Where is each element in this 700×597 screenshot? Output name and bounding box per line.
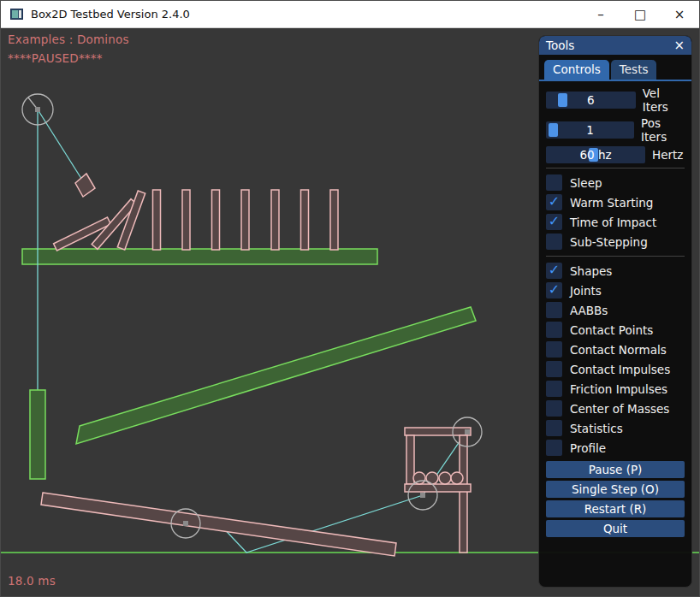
cradle-joint-square-mid [420, 493, 425, 498]
tab-controls[interactable]: Controls [544, 60, 609, 80]
checkbox-label: Contact Impulses [570, 363, 670, 376]
standing-dominoes [153, 190, 339, 250]
checkbox-aabbs[interactable]: ✓ AABBs [546, 300, 685, 320]
checkmark-icon: ✓ [549, 193, 560, 210]
cradle-joint-square-top [465, 429, 470, 434]
checkbox-profile[interactable]: ✓ Profile [546, 438, 685, 458]
checkbox-box[interactable]: ✓ [546, 361, 562, 377]
checkbox-contact-points[interactable]: ✓ Contact Points [546, 320, 685, 340]
checkbox-label: Shapes [570, 264, 612, 278]
domino-standing [271, 190, 279, 250]
paused-label: ****PAUSED**** [8, 51, 103, 65]
checkbox-label: Profile [570, 441, 606, 455]
cradle-top-beam [405, 428, 471, 435]
pos-iters-row: 1 Pos Iters [546, 116, 685, 144]
hertz-row: 60 hz Hertz [546, 146, 685, 163]
hertz-label: Hertz [652, 148, 683, 162]
checkbox-joints[interactable]: ✓ Joints [546, 281, 685, 300]
tall-green-block [30, 390, 45, 479]
domino-standing [212, 190, 220, 250]
checkmark-icon: ✓ [549, 262, 560, 278]
vel-iters-label: Vel Iters [643, 86, 685, 114]
domino-standing [153, 190, 161, 250]
titlebar[interactable]: Box2D Testbed Version 2.4.0 – □ × [1, 1, 699, 28]
checkbox-contact-normals[interactable]: ✓ Contact Normals [546, 340, 685, 359]
checkbox-box[interactable]: ✓ [546, 400, 562, 417]
checkbox-label: Joints [570, 284, 602, 298]
cradle-shelf [405, 484, 471, 492]
vel-iters-value: 6 [546, 92, 636, 109]
tab-tests[interactable]: Tests [611, 60, 657, 80]
checkbox-box[interactable]: ✓ [546, 174, 562, 191]
domino-standing [330, 190, 338, 250]
domino-standing [241, 190, 249, 250]
pause-button[interactable]: Pause (P) [546, 461, 685, 478]
restart-button[interactable]: Restart (R) [546, 500, 685, 517]
checkmark-icon: ✓ [549, 281, 560, 298]
checkbox-label: Sub-Stepping [570, 235, 648, 249]
hertz-slider[interactable]: 60 hz [546, 146, 645, 163]
checkbox-box[interactable]: ✓ [546, 420, 562, 436]
checkbox-box[interactable]: ✓ [546, 381, 562, 397]
plank-joint-square [183, 521, 188, 526]
checkbox-box[interactable]: ✓ [546, 282, 562, 298]
checkbox-statistics[interactable]: ✓ Statistics [546, 418, 685, 438]
example-label: Examples : Dominos [8, 33, 129, 46]
cradle-ball [439, 472, 451, 484]
checkbox-label: Warm Starting [570, 196, 653, 210]
tilted-plank [41, 493, 396, 556]
app-window: Box2D Testbed Version 2.4.0 – □ × [0, 0, 700, 597]
pos-iters-slider[interactable]: 1 [546, 121, 634, 139]
checkmark-icon: ✓ [549, 213, 560, 229]
swinging-box [75, 174, 95, 197]
checkbox-box[interactable]: ✓ [546, 263, 562, 279]
app-icon [10, 9, 23, 20]
cradle-frame [405, 428, 471, 553]
checkbox-shapes[interactable]: ✓ Shapes [546, 261, 685, 281]
green-ramp [76, 307, 476, 444]
checkbox-sleep[interactable]: ✓ Sleep [546, 173, 685, 192]
checkbox-contact-impulses[interactable]: ✓ Contact Impulses [546, 359, 685, 379]
tools-close-icon[interactable]: × [673, 39, 685, 52]
frame-time-label: 18.0 ms [8, 574, 56, 588]
checkbox-warm-starting[interactable]: ✓ Warm Starting [546, 192, 685, 212]
checkbox-time-of-impact[interactable]: ✓ Time of Impact [546, 212, 685, 232]
rope-to-box [38, 109, 85, 184]
checkbox-friction-impulses[interactable]: ✓ Friction Impulses [546, 379, 685, 399]
physics-canvas[interactable]: Examples : Dominos ****PAUSED**** 18.0 m… [1, 28, 700, 597]
checkbox-label: Contact Points [570, 323, 653, 337]
domino-standing [301, 190, 309, 250]
domino-standing [182, 190, 190, 250]
checkbox-label: Sleep [570, 176, 602, 190]
checkbox-box[interactable]: ✓ [546, 214, 562, 230]
minimize-button[interactable]: – [581, 1, 620, 28]
checkbox-label: Friction Impulses [570, 382, 667, 396]
separator [546, 168, 685, 168]
tools-panel: Tools × Controls Tests 6 Vel Iters [538, 35, 692, 588]
checkbox-label: Contact Normals [570, 343, 667, 357]
checkbox-center-of-masses[interactable]: ✓ Center of Masses [546, 399, 685, 418]
cradle-ball [451, 472, 463, 484]
cradle-balls [413, 472, 463, 484]
single-step-button[interactable]: Single Step (O) [546, 481, 685, 498]
checkbox-box[interactable]: ✓ [546, 341, 562, 358]
cradle-ball [426, 472, 438, 484]
checkbox-box[interactable]: ✓ [546, 322, 562, 338]
anchor-center-square [35, 107, 40, 112]
checkbox-box[interactable]: ✓ [546, 233, 562, 250]
checkbox-label: AABBs [570, 304, 608, 317]
maximize-button[interactable]: □ [620, 1, 660, 28]
tools-panel-title: Tools [546, 38, 574, 52]
quit-button[interactable]: Quit [546, 520, 685, 537]
window-title: Box2D Testbed Version 2.4.0 [31, 8, 190, 21]
close-button[interactable]: × [660, 1, 699, 28]
vel-iters-row: 6 Vel Iters [546, 86, 685, 114]
checkbox-box[interactable]: ✓ [546, 440, 562, 456]
checkbox-label: Time of Impact [570, 216, 656, 229]
vel-iters-slider[interactable]: 6 [546, 92, 636, 109]
checkbox-box[interactable]: ✓ [546, 194, 562, 210]
checkbox-sub-stepping[interactable]: ✓ Sub-Stepping [546, 232, 685, 251]
tools-panel-titlebar[interactable]: Tools × [539, 36, 691, 55]
separator [546, 256, 685, 257]
checkbox-box[interactable]: ✓ [546, 302, 562, 318]
